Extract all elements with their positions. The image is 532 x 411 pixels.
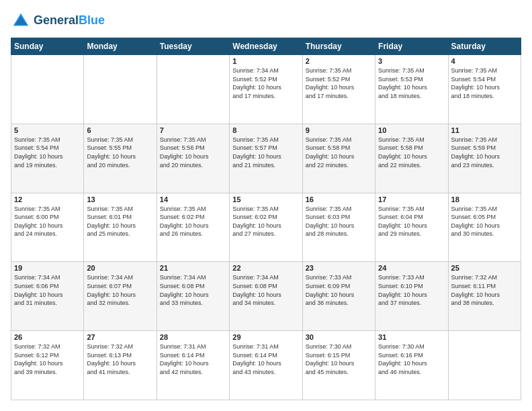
calendar-cell: 1Sunrise: 7:34 AM Sunset: 5:52 PM Daylig… [230,55,302,124]
day-info: Sunrise: 7:30 AM Sunset: 6:15 PM Dayligh… [306,342,372,376]
day-number: 1 [232,57,299,65]
logo-text: GeneralBlue [34,14,105,28]
calendar-cell: 11Sunrise: 7:35 AM Sunset: 5:59 PM Dayli… [448,124,521,193]
weekday-header-thursday: Thursday [302,38,375,55]
day-info: Sunrise: 7:35 AM Sunset: 6:05 PM Dayligh… [451,205,518,238]
calendar-cell: 3Sunrise: 7:35 AM Sunset: 5:53 PM Daylig… [375,55,448,124]
day-info: Sunrise: 7:35 AM Sunset: 5:58 PM Dayligh… [306,136,372,169]
page: GeneralBlue SundayMondayTuesdayWednesday… [0,0,532,411]
calendar-cell: 28Sunrise: 7:31 AM Sunset: 6:14 PM Dayli… [157,331,229,400]
calendar-cell: 21Sunrise: 7:34 AM Sunset: 6:08 PM Dayli… [157,262,229,331]
calendar-cell [11,55,84,124]
day-number: 30 [306,333,372,341]
day-number: 29 [232,333,299,341]
calendar-cell: 12Sunrise: 7:35 AM Sunset: 6:00 PM Dayli… [11,193,84,262]
day-number: 26 [14,333,81,341]
day-info: Sunrise: 7:32 AM Sunset: 6:13 PM Dayligh… [87,342,153,376]
day-number: 4 [451,57,518,65]
day-number: 25 [451,264,518,272]
calendar-cell: 5Sunrise: 7:35 AM Sunset: 5:54 PM Daylig… [11,124,84,193]
day-info: Sunrise: 7:35 AM Sunset: 6:03 PM Dayligh… [306,205,372,238]
week-row-4: 26Sunrise: 7:32 AM Sunset: 6:12 PM Dayli… [11,331,521,400]
day-number: 16 [306,195,372,203]
calendar-cell: 10Sunrise: 7:35 AM Sunset: 5:58 PM Dayli… [375,124,448,193]
day-info: Sunrise: 7:35 AM Sunset: 6:02 PM Dayligh… [160,205,226,238]
day-number: 23 [306,264,372,272]
day-info: Sunrise: 7:35 AM Sunset: 5:52 PM Dayligh… [306,66,372,100]
day-number: 10 [378,126,445,134]
day-info: Sunrise: 7:34 AM Sunset: 6:07 PM Dayligh… [87,273,153,307]
weekday-header-sunday: Sunday [11,38,84,55]
day-number: 2 [306,57,372,65]
day-number: 22 [232,264,299,272]
calendar-table: SundayMondayTuesdayWednesdayThursdayFrid… [11,38,521,400]
day-info: Sunrise: 7:31 AM Sunset: 6:14 PM Dayligh… [160,342,226,376]
day-number: 20 [87,264,153,272]
calendar-cell: 6Sunrise: 7:35 AM Sunset: 5:55 PM Daylig… [84,124,157,193]
day-info: Sunrise: 7:35 AM Sunset: 6:00 PM Dayligh… [14,205,81,238]
week-row-2: 12Sunrise: 7:35 AM Sunset: 6:00 PM Dayli… [11,193,521,262]
weekday-header-monday: Monday [84,38,157,55]
day-number: 17 [378,195,445,203]
day-number: 27 [87,333,153,341]
day-number: 19 [14,264,81,272]
day-number: 7 [160,126,226,134]
day-info: Sunrise: 7:34 AM Sunset: 6:06 PM Dayligh… [14,273,81,307]
calendar-cell: 4Sunrise: 7:35 AM Sunset: 5:54 PM Daylig… [448,55,521,124]
day-number: 6 [87,126,153,134]
calendar-cell: 23Sunrise: 7:33 AM Sunset: 6:09 PM Dayli… [302,262,375,331]
calendar-cell: 13Sunrise: 7:35 AM Sunset: 6:01 PM Dayli… [84,193,157,262]
logo-icon [11,11,31,31]
calendar-cell: 15Sunrise: 7:35 AM Sunset: 6:02 PM Dayli… [230,193,302,262]
day-info: Sunrise: 7:35 AM Sunset: 6:04 PM Dayligh… [378,205,445,238]
calendar-cell: 7Sunrise: 7:35 AM Sunset: 5:56 PM Daylig… [157,124,229,193]
day-info: Sunrise: 7:35 AM Sunset: 5:53 PM Dayligh… [378,66,445,100]
weekday-header-tuesday: Tuesday [157,38,229,55]
day-number: 14 [160,195,226,203]
day-number: 13 [87,195,153,203]
calendar-cell: 20Sunrise: 7:34 AM Sunset: 6:07 PM Dayli… [84,262,157,331]
weekday-header-saturday: Saturday [448,38,521,55]
day-number: 9 [306,126,372,134]
day-number: 5 [14,126,81,134]
day-info: Sunrise: 7:35 AM Sunset: 5:55 PM Dayligh… [87,136,153,169]
day-info: Sunrise: 7:31 AM Sunset: 6:14 PM Dayligh… [232,342,299,376]
calendar-cell: 19Sunrise: 7:34 AM Sunset: 6:06 PM Dayli… [11,262,84,331]
header: GeneralBlue [11,11,521,31]
calendar-cell: 31Sunrise: 7:30 AM Sunset: 6:16 PM Dayli… [375,331,448,400]
calendar-cell: 14Sunrise: 7:35 AM Sunset: 6:02 PM Dayli… [157,193,229,262]
day-info: Sunrise: 7:30 AM Sunset: 6:16 PM Dayligh… [378,342,445,376]
calendar-cell: 8Sunrise: 7:35 AM Sunset: 5:57 PM Daylig… [230,124,302,193]
day-info: Sunrise: 7:33 AM Sunset: 6:09 PM Dayligh… [306,273,372,307]
day-info: Sunrise: 7:35 AM Sunset: 5:54 PM Dayligh… [14,136,81,169]
calendar-cell: 30Sunrise: 7:30 AM Sunset: 6:15 PM Dayli… [302,331,375,400]
week-row-1: 5Sunrise: 7:35 AM Sunset: 5:54 PM Daylig… [11,124,521,193]
weekday-header-wednesday: Wednesday [230,38,302,55]
day-number: 15 [232,195,299,203]
day-info: Sunrise: 7:35 AM Sunset: 5:58 PM Dayligh… [378,136,445,169]
calendar-cell: 16Sunrise: 7:35 AM Sunset: 6:03 PM Dayli… [302,193,375,262]
calendar-cell: 26Sunrise: 7:32 AM Sunset: 6:12 PM Dayli… [11,331,84,400]
day-number: 12 [14,195,81,203]
day-info: Sunrise: 7:35 AM Sunset: 5:54 PM Dayligh… [451,66,518,100]
calendar-cell: 27Sunrise: 7:32 AM Sunset: 6:13 PM Dayli… [84,331,157,400]
calendar-cell: 18Sunrise: 7:35 AM Sunset: 6:05 PM Dayli… [448,193,521,262]
calendar-cell: 29Sunrise: 7:31 AM Sunset: 6:14 PM Dayli… [230,331,302,400]
calendar-cell: 22Sunrise: 7:34 AM Sunset: 6:08 PM Dayli… [230,262,302,331]
day-info: Sunrise: 7:35 AM Sunset: 6:02 PM Dayligh… [232,205,299,238]
day-number: 18 [451,195,518,203]
day-number: 28 [160,333,226,341]
calendar-cell [157,55,229,124]
calendar-cell: 2Sunrise: 7:35 AM Sunset: 5:52 PM Daylig… [302,55,375,124]
day-info: Sunrise: 7:33 AM Sunset: 6:10 PM Dayligh… [378,273,445,307]
day-info: Sunrise: 7:35 AM Sunset: 5:56 PM Dayligh… [160,136,226,169]
calendar-cell [448,331,521,400]
day-number: 8 [232,126,299,134]
day-info: Sunrise: 7:35 AM Sunset: 5:57 PM Dayligh… [232,136,299,169]
day-number: 11 [451,126,518,134]
day-number: 24 [378,264,445,272]
day-number: 3 [378,57,445,65]
day-info: Sunrise: 7:34 AM Sunset: 6:08 PM Dayligh… [160,273,226,307]
calendar-cell [84,55,157,124]
day-number: 21 [160,264,226,272]
